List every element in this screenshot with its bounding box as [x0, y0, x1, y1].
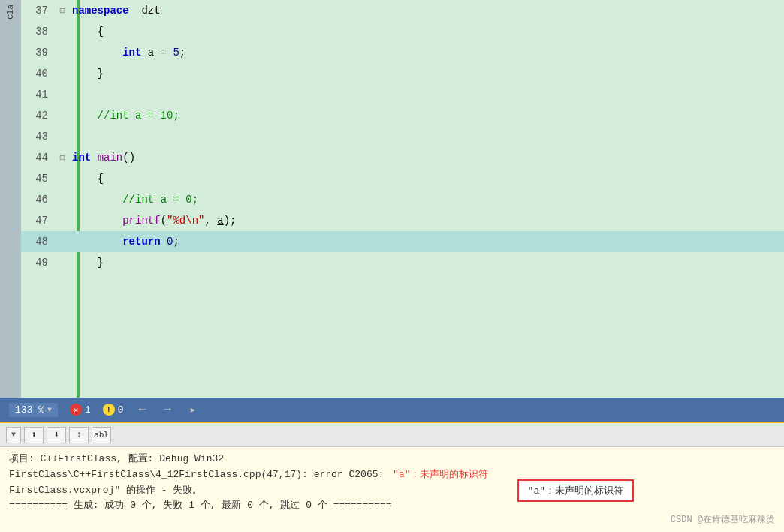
toolbar-btn-2[interactable]: ⬇ [47, 427, 66, 443]
line-number: 42 [21, 110, 56, 122]
output-panel: ▼ ⬆ ⬇ ↕ abl 项目: C++FirstClass, 配置: Debug… [0, 422, 784, 532]
code-container[interactable]: 37 ⊟ namespace dzt 38 { 39 int a = 5; 40… [21, 0, 784, 398]
line-number: 47 [21, 215, 56, 227]
toolbar-dropdown-btn[interactable]: ▼ [6, 427, 21, 443]
error-popup-text: "a"：未声明的标识符 [528, 485, 623, 497]
line-content: namespace dzt [69, 5, 784, 17]
line-content: { [69, 26, 784, 38]
line-number: 45 [21, 173, 56, 185]
zoom-control[interactable]: 133 % ▼ [9, 403, 58, 417]
zoom-dropdown-icon[interactable]: ▼ [47, 406, 52, 414]
line-content: //int a = 10; [69, 110, 784, 122]
zoom-level: 133 % [15, 404, 44, 416]
nav-back-arrow[interactable]: ← [136, 401, 149, 418]
toolbar-btn-1[interactable]: ⬆ [24, 427, 44, 443]
error-popup: "a"：未声明的标识符 [517, 479, 634, 502]
status-bar: 133 % ▼ ✕ 1 ! 0 ← → ▸ [0, 398, 784, 422]
line-content: int a = 5; [69, 47, 784, 59]
code-line-38: 38 { [21, 21, 784, 42]
warning-count-item: ! 0 [103, 404, 124, 416]
output-line-4: ========== 生成: 成功 0 个, 失败 1 个, 最新 0 个, 跳… [9, 498, 775, 514]
line-content: printf("%d\n", a); [69, 215, 784, 227]
line-content: } [69, 68, 784, 80]
output-line-1: 项目: C++FirstClass, 配置: Debug Win32 [9, 452, 775, 467]
output-line-3: FirstClass.vcxproj" 的操作 - 失败。 [9, 483, 775, 499]
line-content: { [69, 173, 784, 185]
error-highlight: "a"：未声明的标识符 [393, 469, 488, 480]
output-toolbar: ▼ ⬆ ⬇ ↕ abl [0, 423, 784, 447]
code-line-47: 47 printf("%d\n", a); [21, 210, 784, 231]
line-number: 44 [21, 152, 56, 164]
line-number: 48 [21, 236, 56, 248]
code-line-40: 40 } [21, 63, 784, 84]
line-number: 49 [21, 257, 56, 269]
error-icon: ✕ [70, 404, 82, 416]
line-content: return 0; [69, 236, 784, 248]
output-line-2: FirstClass\C++FirstClass\4_12FirstClass.… [9, 467, 775, 483]
nav-forward-arrow[interactable]: → [161, 401, 174, 418]
line-number: 41 [21, 89, 56, 101]
line-number: 38 [21, 26, 56, 38]
line-number: 37 [21, 5, 56, 17]
code-editor: Cla 37 ⊟ namespace dzt 38 { 39 int a = 5… [0, 0, 784, 398]
output-content: 项目: C++FirstClass, 配置: Debug Win32 First… [0, 447, 784, 518]
code-line-46: 46 //int a = 0; [21, 189, 784, 210]
fold-marker[interactable]: ⊟ [56, 5, 69, 17]
error-count-item: ✕ 1 [70, 404, 91, 416]
line-content: //int a = 0; [69, 194, 784, 206]
warning-icon: ! [103, 404, 115, 416]
code-line-41: 41 [21, 84, 784, 105]
output-line-2-text: FirstClass\C++FirstClass\4_12FirstClass.… [9, 469, 384, 480]
code-line-37: 37 ⊟ namespace dzt [21, 0, 784, 21]
code-line-49: 49 } [21, 252, 784, 273]
watermark: CSDN @在肯德基吃麻辣烫 [671, 513, 775, 526]
code-line-42: 42 //int a = 10; [21, 105, 784, 126]
toolbar-btn-3[interactable]: ↕ [69, 427, 89, 443]
error-count: 1 [85, 404, 91, 416]
toolbar-btn-4[interactable]: abl [92, 427, 111, 443]
code-line-43: 43 [21, 126, 784, 147]
code-line-48: 48 return 0; [21, 231, 784, 252]
left-strip: Cla [0, 0, 21, 398]
line-number: 43 [21, 131, 56, 143]
fold-marker[interactable]: ⊟ [56, 152, 69, 164]
line-number: 40 [21, 68, 56, 80]
warning-count: 0 [118, 404, 124, 416]
code-line-44: 44 ⊟ int main() [21, 147, 784, 168]
line-number: 46 [21, 194, 56, 206]
code-line-45: 45 { [21, 168, 784, 189]
nav-end-arrow[interactable]: ▸ [186, 401, 200, 419]
line-content: } [69, 257, 784, 269]
line-content: int main() [69, 152, 784, 164]
code-line-39: 39 int a = 5; [21, 42, 784, 63]
line-number: 39 [21, 47, 56, 59]
left-strip-label: Cla [6, 5, 15, 20]
